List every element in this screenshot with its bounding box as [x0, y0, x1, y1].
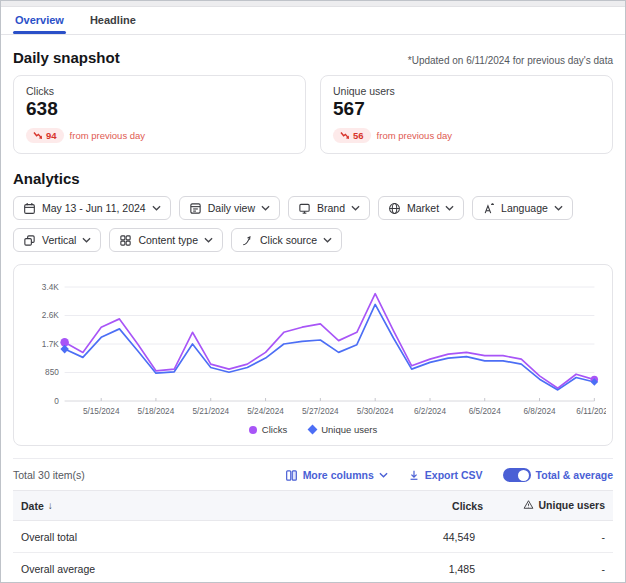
daily-view-label: Daily view	[208, 202, 255, 214]
page-content: Daily snapshot *Updated on 6/11/2024 for…	[1, 49, 625, 583]
market-filter[interactable]: Market	[378, 196, 464, 220]
clicks-card: Clicks 638 94 from previous day	[13, 75, 306, 154]
trend-down-icon	[33, 131, 43, 140]
clicks-column-header[interactable]: Clicks	[333, 491, 483, 521]
columns-icon	[285, 469, 298, 482]
svg-text:6/2/2024: 6/2/2024	[414, 406, 446, 416]
export-csv-button[interactable]: Export CSV	[408, 469, 483, 481]
svg-text:5/27/2024: 5/27/2024	[302, 406, 339, 416]
market-label: Market	[407, 202, 439, 214]
legend-unique-users: Unique users	[309, 424, 377, 435]
unique-users-column-label: Unique users	[538, 499, 605, 511]
unique-users-delta-badge: 56	[333, 128, 371, 143]
totals-toggle-group: Total & average	[503, 468, 613, 482]
chevron-down-icon	[152, 205, 161, 211]
tab-overview[interactable]: Overview	[15, 14, 64, 34]
svg-text:5/30/2024: 5/30/2024	[357, 406, 394, 416]
table-row-overall-total: Overall total 44,549 -	[13, 521, 613, 553]
svg-text:5/21/2024: 5/21/2024	[192, 406, 229, 416]
unique-users-card-delta-row: 56 from previous day	[333, 128, 600, 143]
brand-label: Brand	[317, 202, 345, 214]
svg-text:0: 0	[54, 396, 59, 406]
brand-filter[interactable]: Brand	[288, 196, 370, 220]
click-source-icon	[241, 234, 254, 247]
trend-down-icon	[340, 131, 350, 140]
chevron-down-icon	[261, 205, 270, 211]
chevron-down-icon	[351, 205, 360, 211]
sort-descending-icon: ↓	[48, 500, 53, 511]
row-label: Overall average	[13, 553, 333, 583]
total-items-count: Total 30 item(s)	[13, 469, 85, 481]
analytics-table: Date ↓ Clicks Unique users	[13, 490, 613, 583]
chevron-down-icon	[445, 205, 454, 211]
analytics-dashboard: Overview Headline Daily snapshot *Update…	[0, 0, 626, 583]
unique-users-column-header[interactable]: Unique users	[483, 491, 613, 521]
row-label: Overall total	[13, 521, 333, 553]
clicks-card-label: Clicks	[26, 85, 293, 97]
svg-text:2.6K: 2.6K	[42, 310, 59, 320]
chevron-down-icon	[554, 205, 563, 211]
more-columns-button[interactable]: More columns	[285, 469, 388, 482]
click-source-filter[interactable]: Click source	[231, 228, 342, 252]
clicks-delta-note: from previous day	[70, 130, 146, 141]
totals-toggle[interactable]	[503, 468, 531, 482]
unique-users-card: Unique users 567 56 from previous day	[320, 75, 613, 154]
totals-toggle-label: Total & average	[536, 469, 613, 481]
tab-headline[interactable]: Headline	[90, 14, 136, 34]
chart-legend: Clicks Unique users	[20, 424, 606, 439]
chevron-down-icon	[82, 237, 91, 243]
language-icon	[482, 202, 495, 215]
row-clicks-value: 44,549	[333, 521, 483, 553]
legend-clicks: Clicks	[249, 424, 287, 435]
brand-icon	[298, 202, 311, 215]
analytics-chart: 08501.7K2.6K3.4K5/15/20245/18/20245/21/2…	[20, 270, 606, 420]
vertical-filter[interactable]: Vertical	[13, 228, 101, 252]
filter-bar: May 13 - Jun 11, 2024 Daily view Brand M…	[13, 196, 613, 252]
clicks-series-marker-icon	[249, 426, 257, 434]
date-column-label: Date	[21, 500, 44, 512]
clicks-card-delta-row: 94 from previous day	[26, 128, 293, 143]
data-table-section: Total 30 item(s) More columns Export CSV…	[13, 458, 613, 583]
language-filter[interactable]: Language	[472, 196, 573, 220]
clicks-delta-value: 94	[46, 130, 57, 141]
unique-users-card-label: Unique users	[333, 85, 600, 97]
daily-view-icon	[189, 202, 202, 215]
clicks-card-value: 638	[26, 98, 293, 120]
unique-users-series-marker-icon	[308, 425, 318, 435]
svg-text:6/5/2024: 6/5/2024	[469, 406, 501, 416]
table-toolbar: Total 30 item(s) More columns Export CSV…	[13, 459, 613, 490]
vertical-label: Vertical	[42, 234, 76, 246]
more-columns-label: More columns	[303, 469, 374, 481]
analytics-title: Analytics	[13, 170, 613, 187]
export-csv-label: Export CSV	[425, 469, 483, 481]
content-type-filter[interactable]: Content type	[109, 228, 223, 252]
date-column-header[interactable]: Date ↓	[13, 491, 333, 521]
table-row-overall-average: Overall average 1,485 -	[13, 553, 613, 583]
legend-clicks-label: Clicks	[262, 424, 287, 435]
legend-unique-users-label: Unique users	[321, 424, 377, 435]
table-header-row: Date ↓ Clicks Unique users	[13, 491, 613, 521]
svg-text:6/8/2024: 6/8/2024	[524, 406, 556, 416]
content-type-label: Content type	[138, 234, 198, 246]
market-icon	[388, 202, 401, 215]
toolbar-actions: More columns Export CSV Total & average	[285, 468, 613, 482]
row-clicks-value: 1,485	[333, 553, 483, 583]
chevron-down-icon	[204, 237, 213, 243]
date-range-filter[interactable]: May 13 - Jun 11, 2024	[13, 196, 171, 220]
svg-text:5/18/2024: 5/18/2024	[138, 406, 175, 416]
updated-note: *Updated on 6/11/2024 for previous day's…	[408, 55, 613, 66]
language-label: Language	[501, 202, 548, 214]
stat-cards: Clicks 638 94 from previous day Unique u…	[13, 75, 613, 154]
vertical-icon	[23, 234, 36, 247]
svg-text:5/24/2024: 5/24/2024	[247, 406, 284, 416]
view-granularity-filter[interactable]: Daily view	[179, 196, 280, 220]
tab-bar: Overview Headline	[1, 7, 625, 35]
analytics-chart-card: 08501.7K2.6K3.4K5/15/20245/18/20245/21/2…	[13, 264, 613, 446]
content-type-icon	[119, 234, 132, 247]
svg-text:3.4K: 3.4K	[42, 282, 59, 292]
svg-text:1.7K: 1.7K	[42, 339, 59, 349]
download-icon	[408, 469, 420, 481]
svg-text:5/15/2024: 5/15/2024	[83, 406, 120, 416]
svg-text:850: 850	[45, 367, 59, 377]
daily-snapshot-header: Daily snapshot *Updated on 6/11/2024 for…	[13, 49, 613, 66]
